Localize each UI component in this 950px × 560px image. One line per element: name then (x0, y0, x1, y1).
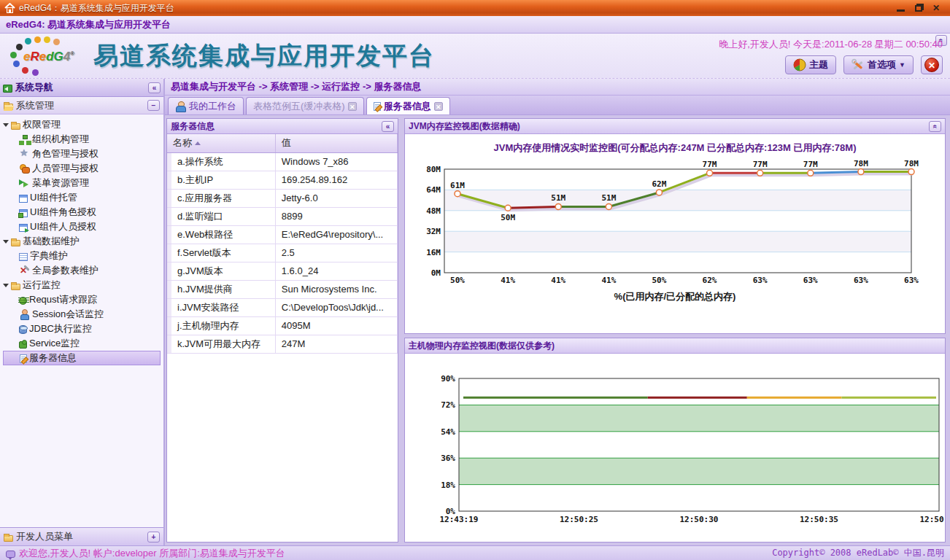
svg-text:62%: 62% (703, 276, 717, 285)
folder-icon (11, 123, 20, 130)
close-icon[interactable]: ✕ (932, 4, 940, 12)
svg-text:78M: 78M (904, 159, 919, 168)
svg-text:62M: 62M (652, 179, 667, 189)
sort-asc-icon (195, 141, 201, 145)
tree-group[interactable]: 运行监控 (3, 278, 163, 292)
svg-text:77M: 77M (703, 160, 717, 169)
status-welcome-text: 欢迎您,开发人员! 帐户:developer 所属部门:易道集成与开发平台 (19, 547, 285, 560)
svg-text:77M: 77M (803, 160, 818, 169)
svg-text:48M: 48M (426, 206, 441, 216)
svg-text:18%: 18% (441, 481, 455, 490)
table-row[interactable]: a.操作系统Windows 7_x86 (167, 152, 398, 171)
table-row[interactable]: e.Web根路径E:\eRedG4\repository\... (167, 225, 398, 244)
tab-close-icon[interactable]: ✕ (434, 102, 443, 111)
tab-my-workspace[interactable]: 我的工作台 (168, 97, 244, 114)
sidebar-panel-system-mgmt[interactable]: 系统管理 − (0, 97, 163, 114)
svg-text:12:50:35: 12:50:35 (800, 515, 838, 524)
tree-item[interactable]: 组织机构管理 (3, 132, 163, 147)
svg-text:54%: 54% (441, 427, 455, 437)
tree-item[interactable]: 人员管理与授权 (3, 161, 163, 176)
minimize-icon[interactable] (897, 9, 905, 12)
table-row[interactable]: c.应用服务器Jetty-6.0 (167, 189, 398, 207)
tree-item[interactable]: UI组件角色授权 (3, 205, 163, 219)
svg-text:32M: 32M (426, 227, 441, 236)
svg-text:77M: 77M (753, 160, 768, 169)
params-icon (19, 265, 30, 276)
nav-tree: 权限管理组织机构管理角色管理与授权人员管理与授权菜单资源管理UI组件托管UI组件… (0, 114, 163, 527)
svg-text:12:50:40: 12:50:40 (920, 515, 945, 524)
server-info-panel: 服务器信息 « 名称 值 a.操作系统Windows 7_x86b.主机IP1 (166, 118, 398, 542)
tree-item[interactable]: 全局参数表维护 (3, 263, 163, 278)
tree-item[interactable]: UI组件托管 (3, 190, 163, 205)
svg-text:63%: 63% (753, 276, 768, 285)
tree-group[interactable]: 基础数据维护 (3, 234, 163, 249)
panel-splitter[interactable] (398, 118, 404, 542)
svg-text:41%: 41% (601, 276, 616, 285)
tree-expand-icon[interactable] (3, 240, 9, 244)
tab-server-info[interactable]: 服务器信息 ✕ (366, 97, 450, 114)
panel-collapse-up-button[interactable]: « (929, 121, 941, 132)
jvm-chart-xlabel: %(已用内存/已分配的总内存) (405, 290, 945, 303)
table-row[interactable]: j.主机物理内存4095M (167, 316, 398, 335)
svg-text:90%: 90% (441, 374, 455, 384)
sidebar-panel-developer-menu[interactable]: 开发人员菜单 + (0, 527, 163, 545)
jvm-memory-panel-header: JVM内存监控视图(数据精确) « (405, 119, 945, 134)
folder-icon (11, 240, 20, 246)
application-window: eRedG4：易道系统集成与应用开发平台 ✕ eRedG4: 易道系统集成与应用… (0, 0, 950, 560)
sidebar-header: 系统导航 « (0, 79, 163, 97)
column-header-name[interactable]: 名称 (167, 134, 275, 152)
tree-item[interactable]: JDBC执行监控 (3, 322, 163, 336)
tree-item[interactable]: 字典维护 (3, 249, 163, 263)
table-row[interactable]: f.Servlet版本2.5 (167, 244, 398, 262)
tools-icon (851, 58, 865, 71)
page-title: 易道系统集成与应用开发平台 (93, 39, 435, 73)
table-row[interactable]: d.监听端口8899 (167, 207, 398, 225)
tree-item[interactable]: Session会话监控 (3, 307, 163, 322)
logout-button[interactable]: ✕ (921, 55, 943, 74)
tree-item[interactable]: 菜单资源管理 (3, 176, 163, 190)
svg-text:41%: 41% (551, 276, 565, 285)
server-info-panel-header: 服务器信息 « (167, 119, 398, 134)
sidebar-title: 系统导航 (15, 81, 53, 94)
tree-item[interactable]: Service监控 (3, 336, 163, 351)
svg-text:63%: 63% (904, 276, 919, 285)
maximize-icon[interactable] (915, 5, 922, 12)
svg-text:36%: 36% (441, 454, 455, 463)
jvm-memory-chart: 0M16M32M48M64M80M61M50M51M51M62M77M77M77… (405, 158, 945, 289)
panel-expand-button[interactable]: + (147, 532, 160, 542)
table-row[interactable]: i.JVM安装路径C:\DevelopToos\Jdk\jd... (167, 298, 398, 316)
svg-text:12:43:19: 12:43:19 (440, 515, 479, 524)
org-icon (19, 134, 30, 144)
tree-expand-icon[interactable] (3, 284, 9, 287)
host-memory-panel: 主机物理内存监控视图(数据仅供参考) 0%18%36%54%72%90%12:4… (404, 338, 946, 542)
table-row[interactable]: g.JVM版本1.6.0_24 (167, 262, 398, 280)
sidebar: 系统导航 « 系统管理 − 权限管理组织机构管理角色管理与授权人员管理与授权菜单… (0, 79, 165, 545)
panel-minimize-button[interactable]: − (147, 100, 160, 111)
svg-text:72%: 72% (441, 400, 455, 410)
column-header-value[interactable]: 值 (275, 134, 397, 152)
app-title: eRedG4: 易道系统集成与应用开发平台 (6, 18, 171, 31)
tree-item[interactable]: 服务器信息 (3, 351, 161, 365)
svg-text:51M: 51M (551, 193, 565, 203)
jdbc-icon (19, 325, 27, 334)
role-icon (19, 149, 30, 159)
panel-collapse-left-button[interactable]: « (382, 121, 394, 132)
table-row[interactable]: h.JVM提供商Sun Microsystems Inc. (167, 280, 398, 298)
folder-icon (11, 284, 20, 290)
table-row[interactable]: k.JVM可用最大内存247M (167, 335, 398, 353)
tree-item[interactable]: Requst请求跟踪 (3, 292, 163, 307)
tab-close-icon[interactable]: ✕ (348, 102, 357, 111)
service-icon (19, 341, 27, 349)
tree-item[interactable]: UI组件人员授权 (3, 219, 163, 234)
sidebar-collapse-button[interactable]: « (148, 82, 161, 93)
theme-button[interactable]: 主题 (785, 55, 836, 74)
preferences-button[interactable]: 首选项 ▼ (843, 55, 914, 74)
breadcrumb: 易道集成与开发平台 -> 系统管理 -> 运行监控 -> 服务器信息 (165, 79, 950, 96)
chat-bubble-icon (6, 551, 15, 558)
table-row[interactable]: b.主机IP169.254.89.162 (167, 171, 398, 189)
tree-expand-icon[interactable] (3, 123, 9, 127)
svg-text:50%: 50% (450, 276, 465, 285)
tab-table-example[interactable]: 表格范例五(缓冲表格) ✕ (246, 97, 364, 114)
tree-item[interactable]: 角色管理与授权 (3, 147, 163, 161)
tree-group[interactable]: 权限管理 (3, 117, 163, 132)
